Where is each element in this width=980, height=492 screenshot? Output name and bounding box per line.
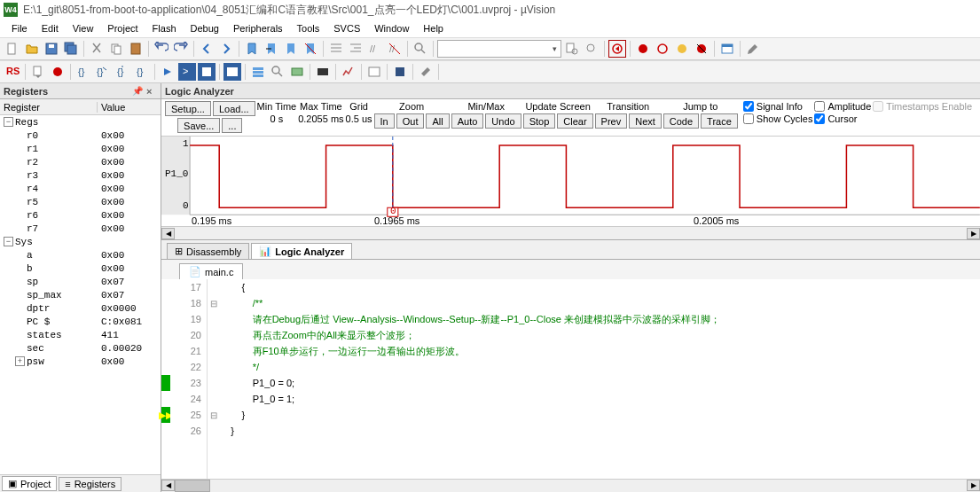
menu-svcs[interactable]: SVCS [327,21,366,35]
trace-window-icon[interactable] [365,63,383,81]
save-button[interactable]: Save... [177,118,220,133]
reg-group-regs[interactable]: −Regs [0,115,161,129]
redo-icon[interactable] [172,40,190,58]
bookmark-clear-icon[interactable] [302,40,319,58]
expand-icon[interactable]: + [15,356,25,366]
undo-icon[interactable] [153,40,170,58]
call-stack-icon[interactable] [249,63,267,81]
tab-disassembly[interactable]: ⊞Disassembly [167,243,249,259]
comment-icon[interactable]: // [366,40,384,58]
scroll-right-icon[interactable]: ▶ [967,228,980,239]
stop-icon[interactable] [49,63,67,81]
stop-button[interactable]: Stop [523,113,556,129]
registers-window-icon[interactable] [223,63,241,81]
tab-project[interactable]: ▣Project [2,476,57,491]
signal-info-check[interactable]: Signal Info [743,101,803,112]
serial-window-icon[interactable] [314,63,332,81]
debug-icon[interactable] [608,40,626,58]
reg-row[interactable]: r50x00 [0,195,161,208]
find-combo[interactable] [437,40,561,58]
save-all-icon[interactable] [62,40,80,58]
breakpoint-disable-icon[interactable] [673,40,691,58]
show-cycles-check[interactable]: Show Cycles [743,113,813,124]
code-content[interactable]: { /** 请在Debug后通过 View--Analysis--Windows… [220,279,980,479]
configure-icon[interactable] [744,40,762,58]
menu-peripherals[interactable]: Peripherals [227,21,289,35]
menu-file[interactable]: File [5,21,34,35]
reg-row[interactable]: dptr0x0000 [0,301,161,315]
reg-row[interactable]: a0x00 [0,248,161,262]
find-icon[interactable] [412,40,429,58]
bookmark-prev-icon[interactable] [263,40,280,58]
amplitude-check[interactable]: Amplitude [814,101,871,112]
col-value[interactable]: Value [98,102,161,113]
scroll-left-icon[interactable]: ◀ [161,228,175,239]
paste-icon[interactable] [127,40,145,58]
reg-row[interactable]: r60x00 [0,208,161,222]
cut-icon[interactable] [88,40,106,58]
setup-button[interactable]: Setup... [165,101,211,116]
fold-column[interactable]: ⊟⊟ [208,279,220,479]
reg-group-sys[interactable]: −Sys [0,235,161,248]
window-icon[interactable] [718,40,736,58]
menu-project[interactable]: Project [101,21,144,35]
breakpoint-insert-icon[interactable] [634,40,652,58]
tab-logic-analyzer[interactable]: 📊Logic Analyzer [251,243,352,259]
scroll-right-icon[interactable]: ▶ [967,480,980,491]
system-viewer-icon[interactable] [391,63,409,81]
memory-window-icon[interactable] [288,63,306,81]
menu-help[interactable]: Help [417,21,450,35]
col-register[interactable]: Register [0,102,98,113]
bookmark-next-icon[interactable] [282,40,300,58]
breakpoint-column[interactable]: ▶▶ [161,279,170,479]
menu-edit[interactable]: Edit [35,21,65,35]
copy-icon[interactable] [107,40,125,58]
reg-row[interactable]: r30x00 [0,168,161,182]
waveform-area[interactable]: P1_0 1 0 0 0.195 ms 0.1965 ms 0.2005 ms [161,137,980,226]
save-icon[interactable] [43,40,60,58]
export-button[interactable]: ... [222,118,242,133]
outdent-icon[interactable] [347,40,365,58]
prev-button[interactable]: Prev [595,113,628,129]
la-scrollbar[interactable]: ◀ ▶ [161,226,980,239]
breakpoint-enable-icon[interactable] [654,40,671,58]
reg-row[interactable]: states411 [0,328,161,341]
new-file-icon[interactable] [4,40,21,58]
load-button[interactable]: Load... [213,101,255,116]
zoom-all-button[interactable]: All [426,113,449,129]
open-icon[interactable] [23,40,41,58]
next-button[interactable]: Next [629,113,662,129]
clear-button[interactable]: Clear [557,113,592,129]
indent-icon[interactable] [327,40,345,58]
close-icon[interactable]: × [146,86,157,97]
code-button[interactable]: Code [663,113,699,129]
command-window-icon[interactable]: > [178,63,196,81]
scroll-thumb[interactable] [175,480,210,492]
reg-row[interactable]: sp_max0x07 [0,288,161,301]
pin-icon[interactable]: 📌 [132,86,143,97]
run-icon[interactable] [29,63,47,81]
editor-scrollbar[interactable]: ◀ ▶ [161,479,980,492]
run-to-cursor-icon[interactable]: {} [133,63,151,81]
file-tab-main[interactable]: 📄main.c [179,263,243,279]
reg-row[interactable]: b0x00 [0,262,161,275]
step-over-icon[interactable]: {} [94,63,112,81]
bookmark-toggle-icon[interactable] [243,40,261,58]
toolbox-icon[interactable] [417,63,435,81]
menu-window[interactable]: Window [368,21,415,35]
disassembly-window-icon[interactable] [198,63,216,81]
undo-button[interactable]: Undo [485,113,521,129]
find-in-files-icon[interactable] [563,40,581,58]
collapse-icon[interactable]: − [4,117,13,127]
auto-button[interactable]: Auto [451,113,484,129]
reg-row[interactable]: r00x00 [0,129,161,142]
collapse-icon[interactable]: − [4,237,13,246]
reg-row[interactable]: sp0x07 [0,275,161,288]
show-next-statement-icon[interactable] [159,63,176,81]
zoom-out-button[interactable]: Out [396,113,425,129]
trace-button[interactable]: Trace [701,113,738,129]
reg-row[interactable]: PC $C:0x081 [0,315,161,328]
menu-view[interactable]: View [67,21,100,35]
breakpoint-kill-icon[interactable] [693,40,710,58]
step-out-icon[interactable]: {} [114,63,131,81]
